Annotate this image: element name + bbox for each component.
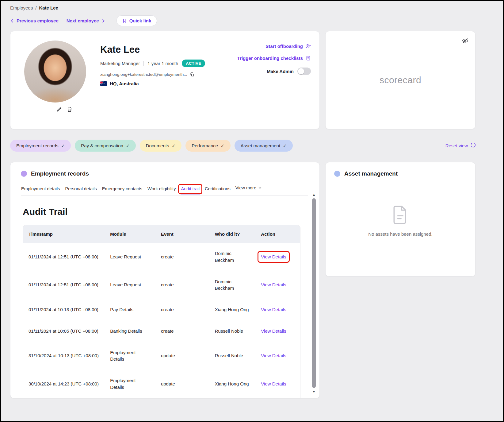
cell-module: Leave Request	[105, 271, 155, 299]
cell-who: Dominic Beckham	[209, 271, 256, 299]
table-header-row: Timestamp Module Event Who did it? Actio…	[23, 225, 300, 243]
check-icon: ✓	[283, 143, 287, 148]
section-filter-pills: Employment records ✓ Pay & compensation …	[10, 140, 475, 152]
pill-documents[interactable]: Documents ✓	[140, 140, 182, 152]
previous-employee-button[interactable]: Previous employee	[10, 18, 59, 23]
vertical-scrollbar: ▲ ▼	[311, 192, 316, 394]
scroll-up-icon[interactable]: ▲	[312, 192, 316, 197]
header-event: Event	[155, 225, 209, 243]
cell-who: Xiang Hong Ong	[209, 370, 256, 398]
employment-records-dot	[21, 171, 27, 177]
scrollbar-thumb[interactable]	[312, 198, 316, 388]
cell-event: create	[155, 299, 209, 320]
tab-work-eligibility[interactable]: Work eligibility	[147, 184, 176, 195]
pill-pay-compensation[interactable]: Pay & compensation ✓	[75, 140, 136, 152]
cell-timestamp: 30/10/2024 at 14:23 (UTC +08:00)	[23, 370, 105, 398]
pill-asset-management[interactable]: Asset management ✓	[235, 140, 293, 152]
australia-flag-icon	[100, 81, 107, 86]
cell-timestamp: 01/11/2024 at 10:13 (UTC +08:00)	[23, 299, 105, 320]
employment-records-title: Employment records	[31, 170, 89, 177]
cell-who: Xiang Hong Ong	[209, 398, 256, 399]
employment-records-card: Employment records Employment details Pe…	[10, 162, 320, 398]
cell-who: Russell Noble	[209, 320, 256, 342]
reset-view-button[interactable]: Reset view	[445, 143, 475, 148]
hide-scorecard-icon[interactable]	[462, 37, 468, 45]
tab-certifications[interactable]: Certifications	[204, 184, 231, 195]
cell-timestamp: 01/11/2024 at 12:51 (UTC +08:00)	[23, 271, 105, 299]
tab-personal-details[interactable]: Personal details	[65, 184, 97, 195]
cell-timestamp: 30/10/2024 at 09:45 (UTC +08:00)	[23, 398, 105, 399]
start-offboarding-button[interactable]: Start offboarding	[265, 44, 311, 49]
tab-audit-trail[interactable]: Audit trail	[181, 184, 200, 195]
cell-module: Leave Request	[105, 243, 155, 271]
header-module: Module	[105, 225, 155, 243]
employee-role: Marketing Manager	[100, 61, 140, 66]
cell-event: update	[155, 342, 209, 370]
asset-management-dot	[334, 171, 340, 177]
chevron-left-icon	[10, 19, 14, 23]
audit-trail-heading: Audit Trail	[23, 207, 308, 217]
records-tabs: Employment details Personal details Emer…	[21, 184, 308, 196]
scorecard-placeholder: scorecard	[380, 75, 421, 85]
view-details-link[interactable]: View Details	[261, 281, 286, 288]
table-row: 01/11/2024 at 10:05 (UTC +08:00) Banking…	[23, 320, 300, 342]
asset-management-card: Asset management No assets have been ass…	[325, 162, 475, 277]
header-timestamp: Timestamp	[23, 225, 105, 243]
table-row: 31/10/2024 at 10:13 (UTC +08:00) Employm…	[23, 342, 300, 370]
cell-timestamp: 01/11/2024 at 10:05 (UTC +08:00)	[23, 320, 105, 342]
edit-avatar-icon[interactable]	[56, 106, 62, 112]
table-row: 01/11/2024 at 10:13 (UTC +08:00) Pay Det…	[23, 299, 300, 320]
table-row: 30/10/2024 at 09:45 (UTC +08:00) Employm…	[23, 398, 300, 399]
view-more-dropdown[interactable]: View more	[235, 185, 262, 194]
make-admin-toggle[interactable]	[297, 68, 311, 75]
cell-timestamp: 01/11/2024 at 12:51 (UTC +08:00)	[23, 243, 105, 271]
cell-event: create	[155, 320, 209, 342]
next-employee-button[interactable]: Next employee	[67, 18, 105, 23]
employee-tenure: 1 year 1 month	[147, 61, 178, 66]
cell-who: Xiang Hong Ong	[209, 299, 256, 320]
asset-management-title: Asset management	[344, 170, 398, 177]
cell-module: Employment Details	[105, 370, 155, 398]
delete-avatar-icon[interactable]	[67, 106, 73, 112]
cell-event: create	[155, 243, 209, 271]
trigger-onboarding-button[interactable]: Trigger onboarding checklists	[237, 56, 311, 61]
scroll-down-icon[interactable]: ▼	[312, 389, 316, 394]
quick-link-button[interactable]: Quick link	[116, 15, 157, 26]
bookmark-icon	[122, 18, 127, 23]
make-admin-row: Make Admin	[267, 68, 311, 75]
cell-module: Employment History	[105, 398, 155, 399]
cell-event: update	[155, 398, 209, 399]
tab-employment-details[interactable]: Employment details	[21, 184, 60, 195]
header-action: Action	[255, 225, 300, 243]
view-details-link[interactable]: View Details	[261, 306, 286, 313]
cell-event: update	[155, 370, 209, 398]
copy-icon[interactable]	[190, 72, 194, 77]
check-icon: ✓	[61, 143, 65, 148]
toggle-knob	[298, 68, 304, 74]
make-admin-label: Make Admin	[267, 69, 294, 74]
tab-emergency-contacts[interactable]: Emergency contacts	[102, 184, 143, 195]
cell-event: create	[155, 271, 209, 299]
checklist-document-icon	[306, 56, 311, 61]
assets-empty-message: No assets have been assigned.	[368, 231, 432, 237]
view-details-link[interactable]: View Details	[261, 352, 286, 359]
check-icon: ✓	[172, 143, 175, 148]
cell-who: Russell Noble	[209, 342, 256, 370]
table-row: 30/10/2024 at 14:23 (UTC +08:00) Employm…	[23, 370, 300, 398]
pill-employment-records[interactable]: Employment records ✓	[10, 140, 71, 152]
breadcrumb-current: Kate Lee	[39, 5, 58, 10]
check-icon: ✓	[126, 143, 130, 148]
view-details-link[interactable]: View Details	[261, 254, 286, 260]
audit-trail-table: Timestamp Module Event Who did it? Actio…	[23, 225, 300, 398]
view-details-link[interactable]: View Details	[261, 328, 286, 335]
breadcrumb-employees[interactable]: Employees	[10, 5, 33, 10]
breadcrumb: Employees / Kate Lee	[10, 1, 475, 10]
employee-name: Kate Lee	[100, 44, 213, 55]
chevron-down-icon	[258, 186, 262, 190]
cell-module: Employment Details	[105, 342, 155, 370]
employee-profile-card: Kate Lee Marketing Manager 1 year 1 mont…	[10, 31, 320, 129]
cell-module: Banking Details	[105, 320, 155, 342]
breadcrumb-separator: /	[35, 5, 36, 10]
pill-performance[interactable]: Performance ✓	[185, 140, 231, 152]
view-details-link[interactable]: View Details	[261, 381, 286, 387]
